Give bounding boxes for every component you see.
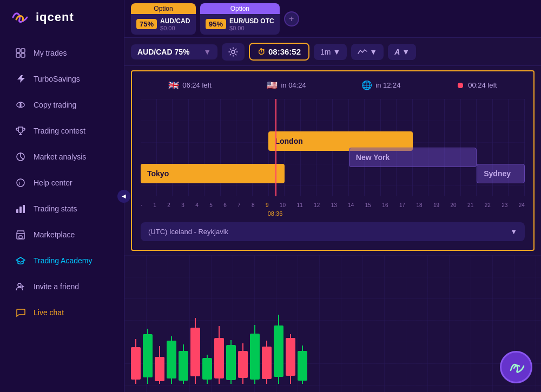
candle-wick-bottom-2 xyxy=(159,381,160,384)
svg-rect-2 xyxy=(16,54,20,57)
candle-wick-top-4 xyxy=(183,344,184,351)
candle-wick-bottom-9 xyxy=(242,378,243,384)
candle-wick-bottom-10 xyxy=(254,380,255,384)
session-indicator-sydney: 🌐 in 12:24 xyxy=(361,80,400,90)
candle-body-1 xyxy=(143,334,153,377)
hour-labels: · 1 2 3 4 5 6 7 8 9 10 11 12 13 14 15 16 xyxy=(141,201,525,209)
option-tab-audcad[interactable]: Option 75% AUD/CAD $0.00 xyxy=(131,3,196,35)
candle-wick-bottom-4 xyxy=(183,381,184,384)
candle-8 xyxy=(226,340,236,384)
top-bar: Option 75% AUD/CAD $0.00 Option 95% EUR/… xyxy=(124,0,541,38)
candle-wick-bottom-6 xyxy=(207,380,208,384)
hour-12: 12 xyxy=(314,202,320,208)
candle-0 xyxy=(131,339,141,384)
settings-button[interactable] xyxy=(222,43,245,61)
candle-wick-bottom-11 xyxy=(266,379,267,384)
sidebar-item-invite-friend[interactable]: Invite a friend xyxy=(4,274,120,299)
info-icon: i xyxy=(15,177,26,188)
indicator-label: A xyxy=(394,48,400,56)
add-tab-button[interactable]: + xyxy=(284,11,299,26)
hour-19: 19 xyxy=(433,202,439,208)
hour-4: 4 xyxy=(195,202,199,208)
svg-point-13 xyxy=(18,283,21,287)
sidebar-item-marketplace[interactable]: Marketplace xyxy=(4,222,120,247)
sidebar-item-copy-trading[interactable]: Copy trading xyxy=(4,92,120,117)
candle-wick-top-7 xyxy=(219,326,220,338)
sydney-session-bar: Sydney xyxy=(477,164,525,183)
sidebar-item-turbo-savings[interactable]: TurboSavings xyxy=(4,67,120,91)
sidebar-item-market-analysis[interactable]: Market analysis xyxy=(4,144,120,169)
sidebar-label-live-chat: Live chat xyxy=(34,308,64,317)
sidebar-item-live-chat[interactable]: Live chat xyxy=(4,300,120,325)
time-display[interactable]: ⏱ 08:36:52 xyxy=(249,43,309,61)
hour-2: 2 xyxy=(167,202,170,208)
chat-icon xyxy=(15,307,26,318)
option-tab-eurusd[interactable]: Option 95% EUR/USD OTC $0.00 xyxy=(200,3,280,35)
chart-type-selector[interactable]: ▼ xyxy=(351,44,384,60)
sidebar: iqcent My trades TurboSavings xyxy=(0,0,124,392)
candle-14 xyxy=(298,346,307,384)
store-icon xyxy=(15,229,26,240)
candle-wick-top-1 xyxy=(147,329,148,334)
tokyo-session-bar: Tokyo xyxy=(141,164,285,183)
bolt-icon xyxy=(15,74,26,84)
svg-point-14 xyxy=(232,50,235,54)
sidebar-collapse-button[interactable]: ◀ xyxy=(117,190,130,203)
eurusd-pair-info: EUR/USD OTC $0.00 xyxy=(229,17,274,31)
candle-body-5 xyxy=(190,328,200,376)
sidebar-item-help-center[interactable]: i Help center xyxy=(4,170,120,195)
svg-point-5 xyxy=(20,103,24,107)
session-timeline: Tokyo London New York Sydney xyxy=(141,99,525,196)
hour-11: 11 xyxy=(297,202,303,208)
sydney-flag-icon: 🌐 xyxy=(361,80,372,90)
current-time-indicator-line xyxy=(275,99,276,196)
candle-6 xyxy=(202,355,212,384)
candle-wick-top-9 xyxy=(242,343,243,351)
timezone-selector[interactable]: (UTC) Iceland - Reykjavik ▼ xyxy=(141,222,525,241)
current-time: 08:36:52 xyxy=(268,47,301,56)
sydney-time-label: in 12:24 xyxy=(375,81,400,89)
hour-dot: · xyxy=(141,202,142,208)
trophy-icon xyxy=(15,125,26,136)
candle-wick-top-11 xyxy=(266,341,267,347)
bar-chart-icon xyxy=(15,203,26,214)
toolbar: AUD/CAD 75% ▼ ⏱ 08:36:52 1m ▼ ▼ A ▼ xyxy=(124,38,541,66)
london-label: London xyxy=(275,137,302,145)
svg-text:i: i xyxy=(19,180,21,186)
sidebar-item-trading-stats[interactable]: Trading stats xyxy=(4,196,120,221)
sidebar-label-copy-trading: Copy trading xyxy=(34,101,76,109)
candle-body-8 xyxy=(226,345,236,380)
hour-17: 17 xyxy=(399,202,405,208)
sidebar-item-my-trades[interactable]: My trades xyxy=(4,41,120,65)
interval-label: 1m xyxy=(320,48,331,56)
pair-selector-dropdown[interactable]: AUD/CAD 75% ▼ xyxy=(131,44,217,59)
sidebar-item-trading-academy[interactable]: Trading Academy xyxy=(4,248,120,273)
candle-body-9 xyxy=(238,351,248,378)
hour-3: 3 xyxy=(181,202,184,208)
candle-wick-bottom-5 xyxy=(195,376,196,384)
option-tab-eurusd-body: 95% EUR/USD OTC $0.00 xyxy=(200,14,280,35)
tokyo-label: Tokyo xyxy=(147,169,169,178)
nav-items: My trades TurboSavings Copy trading xyxy=(0,35,124,392)
svg-rect-3 xyxy=(21,54,25,57)
current-time-axis-label: 08:36 xyxy=(268,210,283,217)
audcad-percent-badge: 75% xyxy=(136,19,157,29)
candle-wick-bottom-8 xyxy=(230,380,232,384)
candle-9 xyxy=(238,343,248,384)
brand-logo-icon xyxy=(11,10,30,25)
audcad-pair-price: $0.00 xyxy=(160,25,190,31)
chart-type-chevron-icon: ▼ xyxy=(370,48,377,56)
hour-14: 14 xyxy=(348,202,354,208)
hour-21: 21 xyxy=(467,202,473,208)
interval-selector[interactable]: 1m ▼ xyxy=(314,44,347,60)
us-flag-icon: 🇺🇸 xyxy=(267,80,278,90)
candle-wick-bottom-1 xyxy=(147,377,148,384)
sidebar-label-invite-friend: Invite a friend xyxy=(34,282,79,291)
sidebar-label-turbo-savings: TurboSavings xyxy=(34,75,80,83)
sidebar-item-trading-contest[interactable]: Trading contest xyxy=(4,118,120,143)
audcad-pair-info: AUD/CAD $0.00 xyxy=(160,17,190,31)
candle-wick-top-0 xyxy=(135,339,136,347)
uk-flag-icon: 🇬🇧 xyxy=(168,80,179,90)
candle-wick-top-14 xyxy=(302,346,303,351)
indicator-selector[interactable]: A ▼ xyxy=(388,44,416,60)
